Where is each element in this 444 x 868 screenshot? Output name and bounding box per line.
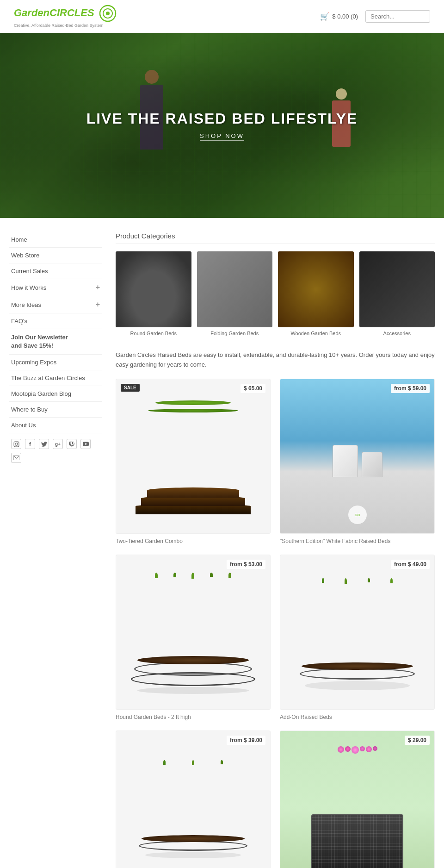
product-round2ft[interactable]: from $ 53.00	[116, 555, 271, 721]
tiered-visual	[136, 399, 251, 514]
product-name-addon: Add-On Raised Beds	[280, 713, 435, 721]
email-icon[interactable]	[11, 453, 21, 463]
sidebar-link-howitworks[interactable]: How it Works +	[9, 279, 102, 296]
category-label-fold: Folding Garden Beds	[197, 330, 273, 337]
svg-point-2	[106, 12, 110, 15]
product-thumb-round1ft: from $ 39.00	[116, 731, 271, 868]
fold-beds-image	[197, 251, 273, 327]
category-label-round: Round Garden Beds	[116, 330, 191, 337]
addon-visual	[292, 575, 423, 690]
price-badge-round1ft: from $ 39.00	[227, 736, 265, 745]
category-thumb-acc	[359, 251, 435, 327]
product-round1ft[interactable]: from $ 39.00 Round Garden Bed - 1 ft tal…	[116, 731, 271, 868]
cart-area[interactable]: 🛒 $ 0.00 (0)	[320, 12, 358, 21]
sidebar-item-howitworks[interactable]: How it Works +	[9, 279, 102, 296]
sidebar-link-home[interactable]: Home	[9, 232, 102, 247]
newsletter-line1: Join Our Newsletter	[11, 333, 100, 342]
product-thumb-tiered: SALE $ 65.00	[116, 379, 271, 534]
sidebar-link-buzz[interactable]: The Buzz at Garden Circles	[9, 370, 102, 386]
sidebar-newsletter[interactable]: Join Our Newsletter and Save 15%!	[9, 329, 102, 355]
twitter-icon[interactable]	[39, 439, 49, 449]
hero-title: LIVE THE RAISED BED LIFESTLYE	[86, 110, 358, 127]
svg-rect-3	[14, 442, 19, 447]
product-addon[interactable]: from $ 49.00 Add-On Raised Beds	[280, 555, 435, 721]
round1ft-visual	[130, 758, 256, 858]
svg-point-4	[15, 443, 17, 445]
sidebar-link-expos[interactable]: Upcoming Expos	[9, 355, 102, 370]
logo-area[interactable]: GardenCIRCLES Creative, Affordable Raise…	[14, 5, 117, 28]
price-badge-tiered: $ 65.00	[240, 384, 265, 393]
content-area: Product Categories Round Garden Beds Fol…	[116, 232, 435, 868]
sidebar-link-currentsales[interactable]: Current Sales	[9, 263, 102, 279]
sidebar-nav: Home Web Store Current Sales How it Work…	[9, 232, 102, 329]
sidebar-item-wheretobuy[interactable]: Where to Buy	[9, 402, 102, 418]
sidebar-link-wheretobuy[interactable]: Where to Buy	[9, 402, 102, 417]
sidebar-item-currentsales[interactable]: Current Sales	[9, 263, 102, 279]
round2ft-visual	[128, 570, 259, 693]
wood-beds-image	[278, 251, 354, 327]
facebook-icon[interactable]: f	[25, 439, 35, 449]
sidebar-link-aboutus[interactable]: About Us	[9, 418, 102, 433]
search-input[interactable]	[365, 10, 430, 23]
sidebar-nav-2: Upcoming Expos The Buzz at Garden Circle…	[9, 355, 102, 433]
sale-badge: SALE	[121, 384, 140, 392]
instagram-icon[interactable]	[11, 439, 21, 449]
product-name-tiered: Two-Tiered Garden Combo	[116, 537, 271, 545]
product-thumb-round2ft: from $ 53.00	[116, 555, 271, 710]
svg-point-5	[17, 443, 18, 443]
sidebar-item-buzz[interactable]: The Buzz at Garden Circles	[9, 370, 102, 386]
category-wood[interactable]: Wooden Garden Beds	[278, 251, 354, 337]
logo-text: GardenCIRCLES Creative, Affordable Raise…	[14, 5, 117, 28]
sidebar-item-moreideas[interactable]: More Ideas +	[9, 296, 102, 313]
round-beds-image	[116, 251, 191, 327]
flowers	[303, 746, 411, 808]
sidebar-link-faqs[interactable]: FAQ's	[9, 313, 102, 329]
price-badge-online: $ 29.00	[405, 736, 430, 745]
sidebar-item-expos[interactable]: Upcoming Expos	[9, 355, 102, 370]
price-badge-southern: from $ 59.00	[391, 384, 430, 393]
description-text: Garden Circles Raised Beds are easy to i…	[116, 350, 435, 370]
category-grid: Round Garden Beds Folding Garden Beds Wo…	[116, 251, 435, 337]
category-thumb-fold	[197, 251, 273, 327]
main-container: Home Web Store Current Sales How it Work…	[0, 218, 444, 868]
category-fold[interactable]: Folding Garden Beds	[197, 251, 273, 337]
product-thumb-addon: from $ 49.00	[280, 555, 435, 710]
newsletter-line2: and Save 15%!	[11, 342, 100, 350]
logo-part2: CIRCLES	[49, 7, 94, 19]
acc-image	[359, 251, 435, 327]
sidebar-item-blog[interactable]: Mootopia Garden Blog	[9, 386, 102, 402]
sidebar-item-faqs[interactable]: FAQ's	[9, 313, 102, 329]
plus-icon: +	[96, 300, 100, 309]
product-tiered[interactable]: SALE $ 65.00 Two-Tiered Garden Combo	[116, 379, 271, 545]
fabric-visual	[333, 445, 382, 477]
brand-badge: GC	[348, 506, 367, 524]
sidebar-link-blog[interactable]: Mootopia Garden Blog	[9, 386, 102, 401]
product-name-round2ft: Round Garden Beds - 2 ft high	[116, 713, 271, 721]
sidebar-link-moreideas[interactable]: More Ideas +	[9, 296, 102, 313]
logo-part1: Garden	[14, 7, 49, 19]
header-right: 🛒 $ 0.00 (0)	[320, 10, 430, 23]
category-label-acc: Accessories	[359, 330, 435, 337]
hero-content: LIVE THE RAISED BED LIFESTLYE SHOP NOW	[86, 110, 358, 141]
sidebar-link-webstore[interactable]: Web Store	[9, 248, 102, 263]
hero-cta[interactable]: SHOP NOW	[200, 132, 244, 141]
pinterest-icon[interactable]	[67, 439, 77, 449]
sidebar-item-webstore[interactable]: Web Store	[9, 248, 102, 263]
site-header: GardenCIRCLES Creative, Affordable Raise…	[0, 0, 444, 33]
logo-name: GardenCIRCLES	[14, 5, 117, 22]
sidebar-item-aboutus[interactable]: About Us	[9, 418, 102, 433]
google-plus-icon[interactable]: g+	[53, 439, 63, 449]
product-grid-row1: SALE $ 65.00 Two-Tiered Garden Combo	[116, 379, 435, 868]
category-thumb-round	[116, 251, 191, 327]
price-badge-round2ft: from $ 53.00	[227, 560, 265, 569]
category-round[interactable]: Round Garden Beds	[116, 251, 191, 337]
price-badge-addon: from $ 49.00	[391, 560, 430, 569]
sidebar-item-home[interactable]: Home	[9, 232, 102, 248]
social-icons: f g+	[9, 433, 102, 468]
addon-plants	[311, 578, 403, 581]
product-southern[interactable]: from $ 59.00 GC "Southern Edition" White…	[280, 379, 435, 545]
youtube-icon[interactable]	[80, 439, 91, 449]
plants	[147, 573, 239, 576]
product-online[interactable]: $ 29.00	[280, 731, 435, 868]
category-acc[interactable]: Accessories	[359, 251, 435, 337]
